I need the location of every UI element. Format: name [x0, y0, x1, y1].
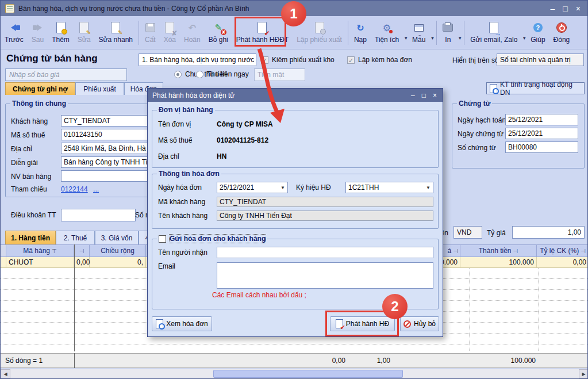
toolbar-mau-button[interactable]: Mẫu: [408, 17, 429, 48]
email-input[interactable]: [217, 262, 433, 289]
summary-value: 0,00: [299, 357, 345, 365]
huy-bo-button[interactable]: Hủy bỏ: [400, 316, 439, 331]
minimize-button[interactable]: –: [551, 4, 555, 13]
dlg-ma-so-thue-label: Mã số thuế: [158, 136, 211, 144]
tab-thue[interactable]: 2. Thuế: [56, 231, 95, 244]
toolbar-sua-nhanh-button[interactable]: ✎ Sửa nhanh: [95, 17, 137, 48]
cell-col2[interactable]: 0,00: [74, 257, 90, 268]
frozen-column-divider: [74, 353, 75, 368]
pin-icon[interactable]: ⊣: [513, 248, 518, 254]
cell-chieu-rong[interactable]: 0,: [90, 257, 146, 268]
tab-gia-von[interactable]: 3. Giá vốn: [95, 231, 139, 244]
toolbar-them-button[interactable]: Thêm: [48, 17, 74, 48]
checkbox-checked-icon: ✓: [347, 56, 355, 64]
scroll-right-button[interactable]: ▶: [579, 369, 588, 378]
chevron-down-icon: [280, 185, 285, 190]
column-ma-hang[interactable]: Mã hàng⊤: [6, 244, 74, 257]
power-icon: [556, 22, 567, 33]
toolbar-dong-button[interactable]: Đóng: [549, 17, 574, 48]
toolbar-cat-button[interactable]: Cất: [141, 17, 160, 48]
column-ty-le-ck[interactable]: Tỷ lệ CK (%)⊣: [537, 244, 588, 257]
tab-chung-tu-ghi-no[interactable]: Chứng từ ghi nợ: [5, 82, 75, 95]
quote-number-input[interactable]: [5, 68, 127, 81]
dialog-close-button[interactable]: ×: [433, 91, 437, 99]
display-on-combobox[interactable]: Sổ tài chính và quản trị: [497, 53, 584, 66]
payment-method-input: Tiền mặt: [254, 68, 305, 81]
dlg-dia-chi-label: Địa chỉ: [158, 152, 211, 160]
toolbar-sau-button[interactable]: Sau: [28, 17, 48, 48]
thu-tien-ngay-radio[interactable]: Thu tiền ngay: [196, 70, 249, 78]
printer-icon: [443, 24, 453, 32]
tab-hang-tien[interactable]: 1. Hàng tiền: [5, 231, 56, 244]
toolbar-xoa-button[interactable]: ✘ Xóa: [160, 17, 180, 48]
cell-ty-le-ck[interactable]: 0,00: [537, 257, 588, 268]
ty-gia-input[interactable]: 1,00: [512, 226, 585, 239]
toolbar-separator: [464, 21, 464, 45]
dialog-minimize-button[interactable]: –: [411, 91, 415, 99]
row-selector[interactable]: [1, 257, 6, 268]
grid-column-line: [538, 268, 539, 351]
toolbar-in-button[interactable]: In: [439, 17, 457, 48]
send-invoice-checkbox[interactable]: [159, 235, 166, 243]
scroll-left-button[interactable]: ◀: [1, 369, 10, 378]
cell-thanh-tien[interactable]: 100.000: [460, 257, 537, 268]
cell-ma-hang[interactable]: CHUOT: [6, 257, 74, 268]
dialog-titlebar: Phát hành hóa đơn điện tử – □ ×: [148, 89, 443, 102]
arrow-left-icon: [7, 24, 20, 31]
toolbar-nap-button[interactable]: ↻ Nạp: [350, 17, 371, 48]
dia-chi-label: Địa chỉ: [11, 145, 32, 153]
chevron-down-icon[interactable]: [458, 36, 462, 49]
ky-hieu-hd-combobox[interactable]: 1C21THH: [345, 182, 433, 193]
so-chung-tu-input[interactable]: BH00080: [505, 141, 578, 153]
chevron-down-icon[interactable]: [522, 36, 526, 49]
tham-chieu-more-link[interactable]: ...: [93, 185, 99, 193]
maximize-button[interactable]: □: [563, 4, 567, 13]
toolbar-tien-ich-button[interactable]: ⚙ Tiện ích: [371, 17, 403, 48]
ten-nguoi-nhan-input[interactable]: [217, 247, 433, 258]
currency-input[interactable]: VND: [454, 226, 482, 239]
tham-chieu-row: 0122144 ...: [61, 185, 99, 193]
scrollbar-thumb[interactable]: [213, 370, 403, 378]
kt-tinh-trang-button[interactable]: KT tình trạng hoạt động DN: [486, 82, 585, 94]
pin-icon[interactable]: ⊣: [581, 248, 586, 254]
xem-hoa-don-button[interactable]: Xem hóa đơn: [152, 316, 212, 331]
horizontal-scrollbar[interactable]: ◀ ▶: [1, 369, 588, 378]
pin-icon[interactable]: ⊤: [52, 248, 57, 254]
seller-group: Đơn vị bán hàng Tên đơn vị Công ty CP MI…: [152, 106, 439, 168]
toolbar-truoc-button[interactable]: Trước: [1, 17, 28, 48]
ngay-chung-tu-input[interactable]: 25/12/2021: [505, 128, 578, 139]
column-chieu-rong[interactable]: Chiều rộng: [90, 244, 146, 257]
ky-hieu-hd-label: Ký hiệu HĐ: [296, 183, 333, 192]
dialog-title: Phát hành hóa đơn điện tử: [148, 91, 235, 99]
toolbar-gui-email-zalo-button[interactable]: → Gửi email, Zalo: [466, 17, 521, 48]
lap-kem-hoa-don-checkbox[interactable]: ✓ Lập kèm hóa đơn: [347, 56, 412, 64]
ngay-hach-toan-label: Ngày hạch toán: [458, 116, 506, 124]
close-button[interactable]: ×: [576, 4, 581, 13]
toolbar-phat-hanh-hddt-button[interactable]: ✔ Phát hành HĐĐT: [232, 17, 293, 48]
dieu-khoan-input[interactable]: [61, 209, 136, 221]
tham-chieu-link[interactable]: 0122144: [61, 185, 88, 193]
doc-edit-icon: ✎: [79, 22, 89, 33]
send-doc-icon: →: [489, 22, 498, 33]
ngay-hach-toan-input[interactable]: 25/12/2021: [505, 114, 578, 125]
toolbar-lap-phieu-xuat-button[interactable]: Lập phiếu xuất: [293, 17, 346, 48]
column-pin[interactable]: ⊣: [74, 244, 90, 257]
ten-khach-hang-label: Tên khách hàng: [158, 212, 211, 220]
toolbar-giup-button[interactable]: ? Giúp: [526, 17, 549, 48]
publish-invoice-dialog: Phát hành hóa đơn điện tử – □ × Đơn vị b…: [147, 88, 443, 337]
ngay-chung-tu-label: Ngày chứng từ: [458, 130, 504, 138]
ngay-hoa-don-combobox[interactable]: 25/12/2021: [217, 182, 288, 193]
dialog-maximize-button[interactable]: □: [422, 91, 426, 99]
tab-phieu-xuat[interactable]: Phiếu xuất: [75, 82, 124, 95]
chevron-down-icon[interactable]: [430, 36, 435, 49]
chevron-down-icon[interactable]: [403, 36, 408, 49]
pin-icon[interactable]: ⊣: [79, 248, 84, 254]
pin-icon[interactable]: ⊣: [453, 248, 458, 254]
toolbar-sua-button[interactable]: ✎ Sửa: [74, 17, 95, 48]
kiem-phieu-xuat-kho-checkbox[interactable]: ✓ Kiêm phiếu xuất kho: [261, 56, 335, 64]
phat-hanh-hd-button[interactable]: Phát hành HĐ: [330, 316, 395, 331]
doc-type-combobox[interactable]: 1. Bán hàng hóa, dịch vụ trong nước: [139, 53, 256, 66]
toolbar-hoan-button[interactable]: ↶ Hoãn: [180, 17, 205, 48]
column-thanh-tien[interactable]: Thành tiền⊣: [460, 244, 537, 257]
toolbar-bo-ghi-button[interactable]: ✎ Bỏ ghi: [205, 17, 232, 48]
